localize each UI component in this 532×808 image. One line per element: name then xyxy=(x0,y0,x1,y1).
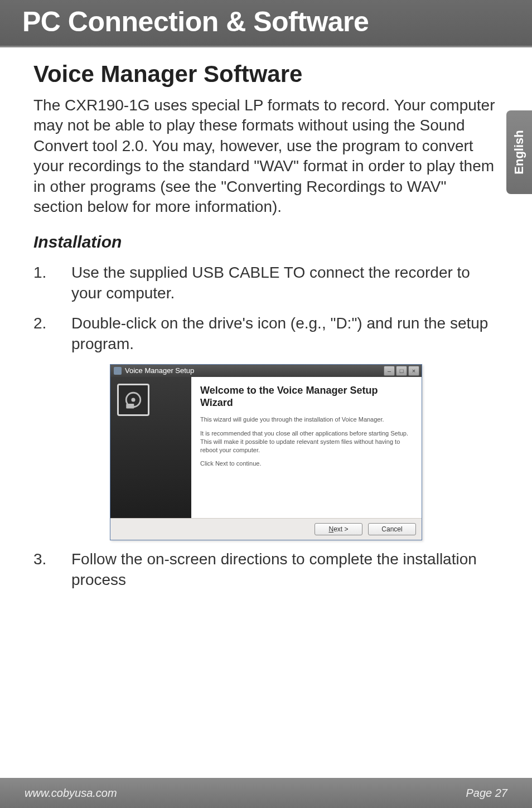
maximize-icon: □ xyxy=(400,367,404,374)
subsection-title: Installation xyxy=(33,233,499,251)
cancel-label: Cancel xyxy=(381,525,402,533)
dialog-sidebar xyxy=(110,377,191,518)
dialog-title: Voice Manager Setup xyxy=(125,366,194,375)
dialog-p2: It is recommended that you close all oth… xyxy=(200,429,413,454)
maximize-button[interactable]: □ xyxy=(396,366,407,376)
language-tab: English xyxy=(506,110,532,194)
dialog-heading: Welcome to the Voice Manager Setup Wizar… xyxy=(200,385,413,409)
footer-url: www.cobyusa.com xyxy=(25,787,117,800)
header-band: PC Connection & Software xyxy=(0,0,532,47)
spacer xyxy=(200,473,413,512)
step-2: Double-click on the drive's icon (e.g., … xyxy=(33,313,499,354)
install-steps: Use the supplied USB CABLE TO connect th… xyxy=(33,263,499,354)
dialog-main: Welcome to the Voice Manager Setup Wizar… xyxy=(191,377,422,518)
titlebar-left: Voice Manager Setup xyxy=(114,366,194,375)
intro-paragraph: The CXR190-1G uses special LP formats to… xyxy=(33,95,499,217)
minimize-button[interactable]: – xyxy=(384,366,395,376)
content-area: Voice Manager Software The CXR190-1G use… xyxy=(0,47,532,590)
minimize-icon: – xyxy=(388,367,391,374)
window-controls: – □ × xyxy=(384,366,419,376)
wizard-cd-icon xyxy=(124,390,143,409)
dialog-p1: This wizard will guide you through the i… xyxy=(200,415,413,424)
screenshot-wrap: Voice Manager Setup – □ × W xyxy=(33,364,499,540)
next-underline: N xyxy=(328,525,333,533)
next-rest: ext > xyxy=(333,525,348,533)
app-icon xyxy=(114,367,122,375)
dialog-footer: Next > Cancel xyxy=(110,518,422,540)
cancel-button[interactable]: Cancel xyxy=(368,523,416,535)
svg-point-1 xyxy=(131,398,135,401)
section-title: Voice Manager Software xyxy=(33,61,499,88)
language-tab-label: English xyxy=(512,130,526,174)
next-button[interactable]: Next > xyxy=(315,523,362,535)
install-steps-cont: Follow the on-screen directions to compl… xyxy=(33,549,499,590)
dialog-body: Welcome to the Voice Manager Setup Wizar… xyxy=(110,377,422,518)
step-1: Use the supplied USB CABLE TO connect th… xyxy=(33,263,499,303)
header-title: PC Connection & Software xyxy=(22,6,510,38)
footer-bar: www.cobyusa.com Page 27 xyxy=(0,778,532,808)
footer-page: Page 27 xyxy=(466,787,507,800)
dialog-p3: Click Next to continue. xyxy=(200,459,413,468)
wizard-icon-box xyxy=(117,384,149,416)
svg-rect-2 xyxy=(126,404,134,409)
manual-page: PC Connection & Software English Voice M… xyxy=(0,0,532,808)
close-button[interactable]: × xyxy=(408,366,419,376)
step-3: Follow the on-screen directions to compl… xyxy=(33,549,499,590)
voice-manager-setup-dialog: Voice Manager Setup – □ × W xyxy=(110,364,422,540)
close-icon: × xyxy=(412,367,415,374)
dialog-titlebar: Voice Manager Setup – □ × xyxy=(110,365,422,377)
